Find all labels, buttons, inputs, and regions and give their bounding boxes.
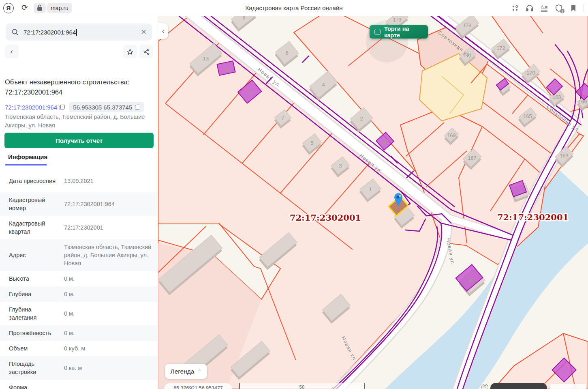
svg-text:165: 165 [523, 113, 532, 119]
svg-text:174: 174 [463, 22, 472, 28]
map-layers: 173 174 8 6 13 11 9 4 7 5 2 3 2А 1 172 1… [158, 16, 588, 389]
headphones-icon[interactable] [525, 4, 534, 13]
svg-text:168: 168 [552, 94, 561, 100]
cadastral-number-link[interactable]: 72:17:2302001:964 [5, 104, 65, 111]
share-icon [143, 48, 150, 55]
bookmark-icon[interactable] [569, 4, 578, 13]
scale-bar: 50 [239, 383, 365, 389]
svg-text:6: 6 [285, 50, 288, 56]
extensions-icon[interactable] [511, 4, 520, 13]
page-title: Кадастровая карта России онлайн [0, 0, 588, 16]
svg-text:7: 7 [281, 115, 284, 121]
share-button[interactable] [139, 45, 153, 58]
svg-text:11: 11 [225, 67, 231, 73]
copy-icon[interactable] [135, 105, 140, 110]
cursor-coordinates: 65.376921 56.953477 [164, 383, 232, 389]
star-icon [126, 48, 134, 56]
svg-text:9: 9 [249, 90, 252, 97]
table-row: Высота0 м. [0, 271, 158, 286]
svg-text:4: 4 [322, 82, 325, 88]
copyright-icon: © [481, 384, 488, 389]
svg-text:8: 8 [242, 16, 245, 21]
table-row: Глубина0 м. [0, 286, 158, 302]
info-table: Дата присвоения13.09.2021 Кадастровый но… [0, 170, 158, 389]
svg-text:1: 1 [369, 186, 372, 192]
attribution-pill [550, 384, 586, 389]
torgi-checkbox[interactable] [374, 29, 381, 35]
torgi-toggle-button[interactable]: Торги на карте [370, 25, 428, 39]
yandex-browser-icon[interactable]: Я [3, 3, 14, 13]
object-title: Объект незавершенного строительства: 72:… [5, 77, 151, 97]
table-row: Кадастровый квартал72:17:2302001 [0, 216, 158, 239]
get-report-button[interactable]: Получить отчет [4, 133, 154, 148]
svg-text:172: 172 [496, 45, 505, 51]
legend-button[interactable]: Легенда ⌃ [165, 364, 207, 379]
svg-text:2А: 2А [383, 139, 389, 145]
back-button[interactable]: ‹ [5, 45, 19, 58]
table-row: Дата присвоения13.09.2021 [0, 170, 158, 192]
svg-text:13: 13 [203, 56, 209, 62]
search-input[interactable]: 72:17:2302001:964 ✕ [6, 24, 152, 41]
svg-text:163: 163 [560, 153, 569, 159]
table-row: Протяжённость0 м. [0, 325, 158, 341]
sidebar: 72:17:2302001:964 ✕ ‹ Объект незавершенн… [0, 16, 158, 389]
coordinates-chip[interactable]: 56.953305 65.373745 [69, 102, 144, 112]
shield-badge: 1 [560, 9, 565, 14]
tab-underline [5, 164, 47, 165]
favorite-button[interactable] [123, 45, 137, 58]
map-action-pill[interactable] [490, 383, 547, 389]
copy-icon[interactable] [60, 105, 65, 110]
text-caret [76, 29, 77, 36]
table-row: Форма собственностиЧастная [0, 380, 158, 389]
table-row: Кадастровый номер72:17:2302001:964 [0, 192, 158, 216]
object-address: Тюменская область, Тюменский район, д. Б… [5, 113, 151, 130]
search-value: 72:17:2302001:964 [24, 29, 141, 36]
svg-text:173: 173 [393, 17, 402, 23]
collapse-sidebar-button[interactable]: ‹ [158, 23, 168, 39]
svg-text:3: 3 [339, 163, 342, 169]
svg-text:170: 170 [526, 70, 535, 76]
clear-search-icon[interactable]: ✕ [141, 28, 147, 36]
lock-icon[interactable] [34, 3, 46, 13]
table-row: Глубина залегания0 м. [0, 302, 158, 325]
svg-text:167: 167 [468, 155, 477, 161]
svg-text:2: 2 [360, 116, 363, 122]
torgi-label: Торги на карте [384, 26, 423, 39]
address-bar[interactable]: map.ru [47, 3, 72, 13]
table-row: Объем0 куб. м [0, 341, 158, 356]
toolbar-divider [584, 4, 584, 12]
table-row: Площадь застройки0 кв. м [0, 356, 158, 380]
legend-label: Легенда [170, 368, 194, 375]
quarter-label: 72:17:2302001 [290, 213, 361, 223]
table-row: АдресТюменская область, Тюменский район,… [0, 239, 158, 271]
reload-icon[interactable]: ⟳ [19, 2, 30, 13]
browser-chrome: Я ⟳ map.ru Кадастровая карта России онла… [0, 0, 588, 16]
search-icon [11, 28, 19, 36]
tab-information[interactable]: Информация [8, 153, 47, 160]
chevron-up-icon: ⌃ [197, 369, 201, 374]
map-canvas[interactable]: 173 174 8 6 13 11 9 4 7 5 2 3 2А 1 172 1… [158, 16, 588, 389]
reader-mode-icon[interactable]: A [540, 4, 549, 13]
svg-text:166: 166 [578, 99, 587, 105]
svg-text:169: 169 [447, 132, 456, 138]
protect-shield-icon[interactable]: 1 [554, 4, 563, 13]
svg-text:5: 5 [310, 140, 313, 146]
svg-text:18: 18 [468, 277, 474, 283]
quarter-label: 72:17:2302001 [497, 212, 569, 222]
svg-text:A: A [541, 4, 543, 9]
